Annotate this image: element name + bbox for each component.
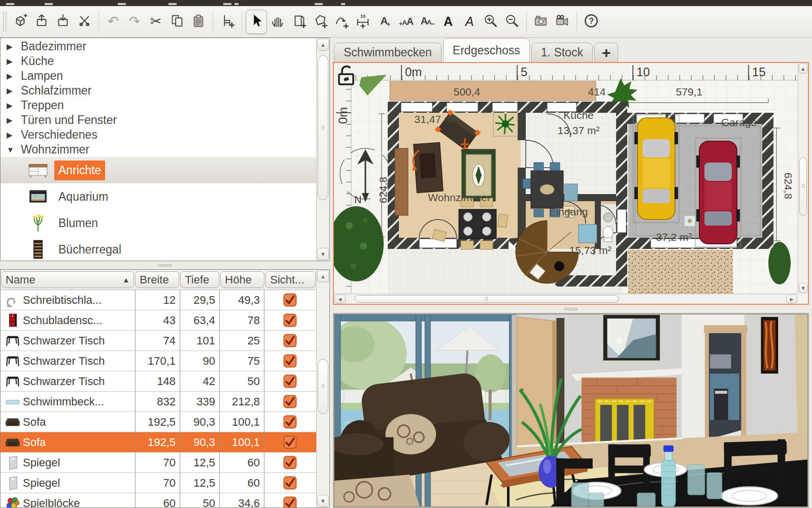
visible-checkbox[interactable] <box>264 473 315 493</box>
redo-button[interactable]: ↷ <box>124 10 145 34</box>
scroll-down-button[interactable]: ▼ <box>317 495 329 507</box>
create-dimensions-button[interactable]: 10 <box>352 10 374 34</box>
collapsed-triangle-icon[interactable]: ▶ <box>7 101 15 110</box>
increase-text-size-button[interactable]: +AA <box>395 10 416 34</box>
tree-category-badezimmer[interactable]: ▶Badezimmer <box>1 39 316 54</box>
furniture-row-spielbl-cke[interactable]: Spielblöcke605034,6 <box>1 493 316 507</box>
visible-checkbox[interactable] <box>264 432 315 452</box>
collapsed-triangle-icon[interactable]: ▶ <box>7 72 15 81</box>
collapsed-triangle-icon[interactable]: ▶ <box>7 86 15 96</box>
red-car[interactable] <box>695 138 741 247</box>
toggle-bold-button[interactable]: A <box>437 10 459 34</box>
tree-category-verschiedenes[interactable]: ▶Verschiedenes <box>1 128 316 142</box>
column-header-hhe[interactable]: Höhe <box>220 271 264 288</box>
column-header-sicht[interactable]: Sicht... <box>265 271 316 288</box>
tree-category-k-che[interactable]: ▶Küche <box>1 54 316 69</box>
yellow-car[interactable] <box>633 115 679 223</box>
plan-horizontal-scrollbar[interactable]: ◄ ► <box>334 294 798 304</box>
paste-button[interactable] <box>188 10 209 34</box>
tab-schwimmbecken[interactable]: Schwimmbecken <box>334 43 442 62</box>
visible-checkbox[interactable] <box>264 371 315 391</box>
create-photo-button[interactable] <box>530 10 552 34</box>
furniture-row-schwarzer-tisch[interactable]: Schwarzer Tisch170,19075 <box>1 351 316 371</box>
visible-checkbox[interactable] <box>264 290 315 310</box>
column-header-name[interactable]: Name▲ <box>1 271 134 288</box>
left-panel-splitter[interactable] <box>0 261 330 269</box>
furniture-row-schreibtischla-[interactable]: Schreibtischla...1229,549,3 <box>1 290 316 310</box>
pan-button[interactable] <box>267 10 288 34</box>
collapsed-triangle-icon[interactable]: ▶ <box>7 57 15 66</box>
create-walls-button[interactable] <box>288 10 310 34</box>
decrease-text-size-button[interactable]: AA− <box>416 10 437 34</box>
3d-view[interactable] <box>333 313 809 508</box>
visible-checkbox[interactable] <box>264 412 315 432</box>
tree-category-schlafzimmer[interactable]: ▶Schlafzimmer <box>1 83 316 98</box>
add-furniture-button[interactable] <box>217 10 238 34</box>
collapsed-triangle-icon[interactable]: ▶ <box>7 42 15 51</box>
visible-checkbox[interactable] <box>264 453 315 472</box>
add-text-button[interactable]: A+ <box>374 10 395 34</box>
furniture-row-schubladensc-[interactable]: Schubladensc...4363,478 <box>1 310 316 331</box>
scroll-up-button[interactable]: ▲ <box>317 270 329 282</box>
visible-checkbox[interactable] <box>264 392 315 411</box>
furniture-table-body[interactable]: Schreibtischla...1229,549,3Schubladensc.… <box>1 290 316 507</box>
create-video-button[interactable] <box>552 10 573 34</box>
preferences-button[interactable] <box>74 10 95 34</box>
expanded-triangle-icon[interactable]: ▼ <box>7 145 15 154</box>
plan-vertical-scrollbar[interactable]: ▲ ▼ <box>798 63 808 294</box>
catalog-item-aquarium[interactable]: Aquarium <box>1 183 316 210</box>
add-level-tab-button[interactable]: + <box>594 43 619 62</box>
tab-1-stock[interactable]: 1. Stock <box>531 43 593 62</box>
collapsed-triangle-icon[interactable]: ▶ <box>7 116 15 125</box>
menu-bar[interactable] <box>0 0 812 6</box>
visible-checkbox[interactable] <box>264 351 315 371</box>
tab-erdgeschoss[interactable]: Erdgeschoss <box>443 38 530 62</box>
furniture-row-sofa[interactable]: Sofa192,590,3100,1 <box>1 432 316 453</box>
new-plan-button[interactable] <box>10 10 31 34</box>
catalog-item-blumen[interactable]: Blumen <box>1 210 316 236</box>
furniture-row-schwarzer-tisch[interactable]: Schwarzer Tisch7410125 <box>1 331 316 351</box>
column-header-tiefe[interactable]: Tiefe <box>180 271 219 288</box>
open-plan-button[interactable] <box>31 10 52 34</box>
furniture-row-spiegel[interactable]: Spiegel7012,560 <box>1 473 316 493</box>
tree-category-lampen[interactable]: ▶Lampen <box>1 69 316 83</box>
help-button[interactable]: ? <box>581 10 602 34</box>
furniture-row-spiegel[interactable]: Spiegel7012,560 <box>1 453 316 473</box>
visible-checkbox[interactable] <box>264 331 315 351</box>
catalog-item-bücherregal[interactable]: Bücherregal <box>1 236 316 261</box>
undo-button[interactable]: ↶ <box>103 10 124 34</box>
open-plan-icon <box>34 13 49 30</box>
scroll-up-button[interactable]: ▲ <box>317 39 329 51</box>
column-header-breite[interactable]: Breite <box>135 271 179 288</box>
tree-category-t-ren-und-fenster[interactable]: ▶Türen und Fenster <box>1 113 316 128</box>
toggle-italic-button[interactable]: A <box>459 10 480 34</box>
wall-art <box>761 317 778 373</box>
select-button[interactable] <box>246 10 267 34</box>
create-polylines-button[interactable] <box>331 10 352 34</box>
copy-button[interactable] <box>166 10 188 34</box>
collapsed-triangle-icon[interactable]: ▶ <box>7 131 15 140</box>
toolbar-drag-handle[interactable] <box>3 12 7 31</box>
floor-plan-canvas[interactable]: 0m 5 10 15 0m 5 <box>334 63 808 304</box>
floor-plan-view[interactable]: 0m 5 10 15 0m 5 <box>333 62 809 305</box>
visible-checkbox[interactable] <box>264 493 315 507</box>
plan-3d-splitter[interactable] <box>330 305 812 313</box>
cut-button[interactable]: ✂ <box>145 10 166 34</box>
tree-category-treppen[interactable]: ▶Treppen <box>1 98 316 113</box>
catalog-scrollbar[interactable]: ▲ ▼ <box>316 38 329 261</box>
catalog-tree[interactable]: ▶Badezimmer▶Küche▶Lampen▶Schlafzimmer▶Tr… <box>1 38 316 261</box>
furniture-row-schwarzer-tisch[interactable]: Schwarzer Tisch1484250 <box>1 371 316 392</box>
scroll-down-button[interactable]: ▼ <box>317 248 329 260</box>
create-rooms-button[interactable] <box>310 10 331 34</box>
furniture-row-schwimmbeck-[interactable]: Schwimmbeck...832339212,8 <box>1 392 316 412</box>
3d-view-canvas[interactable] <box>334 314 808 507</box>
zoom-in-button[interactable] <box>480 10 501 34</box>
visible-checkbox[interactable] <box>264 310 315 330</box>
zoom-out-button[interactable] <box>501 10 523 34</box>
furniture-table-header[interactable]: Name▲BreiteTiefeHöheSicht... <box>1 270 316 290</box>
furniture-row-sofa[interactable]: Sofa192,590,3100,1 <box>1 412 316 432</box>
tree-category-wohnzimmer[interactable]: ▼Wohnzimmer <box>1 142 316 157</box>
save-plan-button[interactable] <box>52 10 74 34</box>
catalog-item-anrichte[interactable]: Anrichte <box>1 157 316 183</box>
furniture-list-scrollbar[interactable]: ▲ ▼ <box>316 270 329 507</box>
